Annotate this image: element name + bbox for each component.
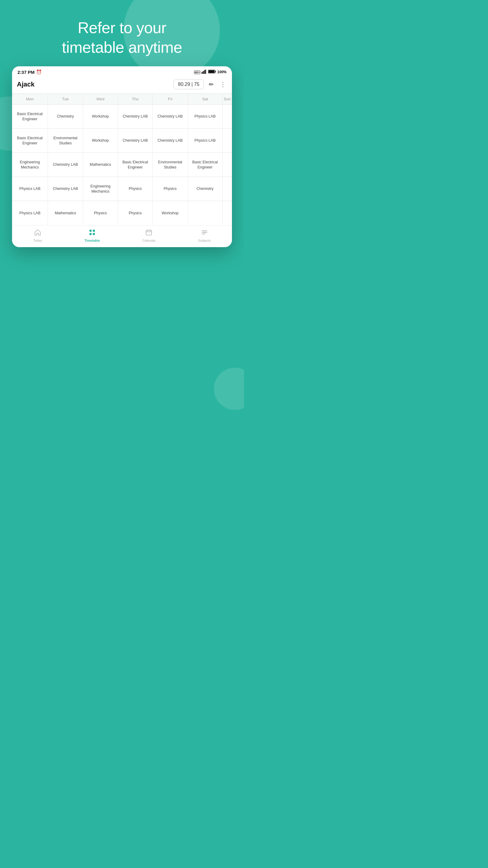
bottom-nav: TodayTimetableCalendarSubjects <box>12 225 232 247</box>
app-header: Ajack 80.29 | 75 ✏ ⋮ <box>12 76 232 93</box>
timetable-cell-r1-c2: Workshop <box>83 129 118 153</box>
timetable-cell-r1-c5: Physics LAB <box>188 129 222 153</box>
timetable-cell-r3-c4: Physics <box>153 177 188 201</box>
timetable-cell-r0-c4: Chemistry LAB <box>153 104 188 129</box>
signal-bars <box>201 70 207 75</box>
nav-item-timetable[interactable]: Timetable <box>84 229 100 242</box>
timetable-day-tue: Tue <box>48 94 83 104</box>
timetable-cell-r1-c6 <box>222 129 232 153</box>
timetable-cell-r2-c6 <box>222 153 232 177</box>
nav-item-calendar[interactable]: Calendar <box>142 229 156 242</box>
timetable-row-1: Basic Electrical EngineerEnvironmental S… <box>12 129 232 153</box>
svg-rect-9 <box>90 233 92 235</box>
svg-rect-3 <box>205 70 206 74</box>
timetable-cell-r4-c5 <box>188 201 222 225</box>
timetable-day-thu: Thu <box>118 94 153 104</box>
timetable-cell-r4-c3: Physics <box>118 201 153 225</box>
svg-rect-8 <box>93 230 95 232</box>
phone-screen: 2:37 PM ⏰ 4G+ <box>12 66 232 247</box>
nav-icon-timetable <box>89 229 96 238</box>
timetable-cell-r2-c2: Mathematics <box>83 153 118 177</box>
timetable-row-2: Engineering MechanicsChemistry LABMathem… <box>12 153 232 177</box>
timetable-cell-r1-c3: Chemistry LAB <box>118 129 153 153</box>
network-icon: 4G+ <box>194 70 200 74</box>
timetable-cell-r3-c2: Engineering Mechanics <box>83 177 118 201</box>
alarm-icon: ⏰ <box>36 69 42 75</box>
timetable: MonTueWedThuFriSatSun Basic Electrical E… <box>12 93 232 225</box>
timetable-cell-r1-c1: Environmental Studies <box>48 129 83 153</box>
battery-pct: 100% <box>217 70 227 74</box>
svg-rect-2 <box>204 70 205 74</box>
timetable-cell-r2-c4: Environmental Studies <box>153 153 188 177</box>
timetable-cell-r2-c3: Basic Electrical Engineer <box>118 153 153 177</box>
status-bar: 2:37 PM ⏰ 4G+ <box>12 66 232 76</box>
svg-rect-7 <box>90 230 92 232</box>
timetable-cell-r2-c0: Engineering Mechanics <box>12 153 48 177</box>
header-right: 80.29 | 75 ✏ ⋮ <box>173 80 227 89</box>
svg-rect-10 <box>93 233 95 235</box>
timetable-row-4: Physics LABMathematicsPhysicsPhysicsWork… <box>12 201 232 225</box>
svg-rect-11 <box>146 230 152 235</box>
timetable-cell-r3-c3: Physics <box>118 177 153 201</box>
app-title: Ajack <box>17 81 35 88</box>
timetable-day-fri: Fri <box>153 94 188 104</box>
timetable-cell-r1-c4: Chemistry LAB <box>153 129 188 153</box>
svg-rect-5 <box>208 70 215 73</box>
hero-section: Refer to your timetable anytime <box>0 0 244 66</box>
bottom-space <box>0 247 244 271</box>
nav-label-today: Today <box>33 239 42 242</box>
more-button[interactable]: ⋮ <box>219 80 227 89</box>
timetable-cell-r4-c6 <box>222 201 232 225</box>
nav-label-timetable: Timetable <box>84 239 100 242</box>
timetable-cell-r0-c3: Chemistry LAB <box>118 104 153 129</box>
nav-label-subjects: Subjects <box>198 239 210 242</box>
status-time: 2:37 PM ⏰ <box>18 69 42 75</box>
timetable-cell-r2-c1: Chemistry LAB <box>48 153 83 177</box>
timetable-cell-r2-c5: Basic Electrical Engineer <box>188 153 222 177</box>
timetable-cell-r0-c1: Chemistry <box>48 104 83 129</box>
timetable-cell-r3-c1: Chemistry LAB <box>48 177 83 201</box>
score-badge: 80.29 | 75 <box>173 80 204 89</box>
nav-icon-subjects <box>201 229 208 238</box>
nav-icon-today <box>34 229 41 238</box>
bg-circle-right-bottom <box>214 368 244 410</box>
timetable-cell-r1-c0: Basic Electrical Engineer <box>12 129 48 153</box>
timetable-header-row: MonTueWedThuFriSatSun <box>12 94 232 104</box>
status-icons: 4G+ 100% <box>194 70 227 75</box>
timetable-day-wed: Wed <box>83 94 118 104</box>
timetable-cell-r4-c1: Mathematics <box>48 201 83 225</box>
timetable-row-0: Basic Electrical EngineerChemistryWorksh… <box>12 104 232 129</box>
edit-button[interactable]: ✏ <box>207 80 215 89</box>
timetable-cell-r3-c6 <box>222 177 232 201</box>
hero-line1: Refer to your <box>78 19 166 36</box>
timetable-cell-r4-c4: Workshop <box>153 201 188 225</box>
nav-item-today[interactable]: Today <box>33 229 42 242</box>
nav-icon-calendar <box>145 229 152 238</box>
timetable-cell-r0-c6 <box>222 104 232 129</box>
timetable-cell-r4-c0: Physics LAB <box>12 201 48 225</box>
timetable-cell-r0-c2: Workshop <box>83 104 118 129</box>
timetable-cell-r0-c0: Basic Electrical Engineer <box>12 104 48 129</box>
timetable-day-sun: Sun <box>222 94 232 104</box>
svg-rect-1 <box>203 71 204 74</box>
timetable-day-sat: Sat <box>188 94 222 104</box>
battery-icon <box>208 70 216 74</box>
svg-rect-6 <box>216 71 216 73</box>
nav-item-subjects[interactable]: Subjects <box>198 229 210 242</box>
timetable-cell-r4-c2: Physics <box>83 201 118 225</box>
timetable-cell-r3-c5: Chemistry <box>188 177 222 201</box>
timetable-row-3: Physics LABChemistry LABEngineering Mech… <box>12 177 232 201</box>
timetable-cell-r3-c0: Physics LAB <box>12 177 48 201</box>
timetable-day-mon: Mon <box>12 94 48 104</box>
nav-label-calendar: Calendar <box>142 239 156 242</box>
timetable-cell-r0-c5: Physics LAB <box>188 104 222 129</box>
svg-rect-0 <box>201 72 202 74</box>
phone-container: 2:37 PM ⏰ 4G+ <box>0 66 244 247</box>
hero-line2: timetable anytime <box>62 38 182 56</box>
timetable-body: Basic Electrical EngineerChemistryWorksh… <box>12 104 232 225</box>
